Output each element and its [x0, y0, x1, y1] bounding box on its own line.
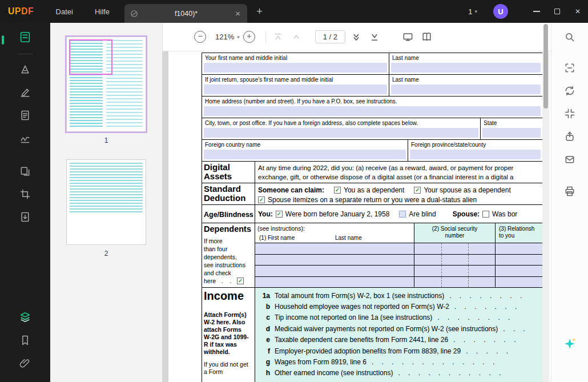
print-button[interactable]	[560, 182, 579, 201]
checkbox-are-blind[interactable]	[399, 211, 406, 218]
digital-assets-line1: At any time during 2022, did you: (a) re…	[258, 163, 542, 172]
claim-line: Someone can claim: ✓ You as a dependent …	[258, 185, 542, 195]
first-name-field[interactable]	[204, 63, 387, 73]
spouse-first-name-field[interactable]	[204, 85, 387, 94]
first-page-button[interactable]	[273, 32, 283, 42]
mail-button[interactable]	[560, 150, 579, 169]
next-page-button[interactable]	[351, 32, 361, 42]
maximize-icon	[554, 9, 560, 14]
check-here-line: here . . ✓	[204, 277, 255, 285]
maximize-button[interactable]	[547, 0, 567, 23]
zoom-in-button[interactable]: +	[243, 31, 255, 43]
edit-tool-button[interactable]	[15, 83, 35, 102]
state-cell: State	[480, 118, 542, 139]
zoom-level-dropdown[interactable]: 121% ▾	[215, 33, 240, 41]
page-thumbnail-1[interactable]: 1	[50, 37, 162, 144]
income-line-1e: e Taxable dependent care benefits from F…	[255, 335, 542, 345]
home-address-field[interactable]	[204, 106, 541, 116]
annotate-tool-button[interactable]	[15, 60, 35, 79]
thumbnail-image-2[interactable]	[66, 159, 146, 245]
page-indicator[interactable]: 1 / 2	[315, 30, 345, 43]
dependents-rows	[255, 243, 542, 287]
search-button[interactable]	[560, 27, 579, 47]
income-line-1c: c Tip income not reported on line 1a (se…	[255, 312, 542, 323]
share-button[interactable]	[560, 127, 579, 146]
double-chevron-down-icon	[351, 32, 361, 42]
last-page-button[interactable]	[369, 32, 380, 42]
thumbnail-image-1[interactable]	[66, 37, 146, 132]
reading-mode-button[interactable]	[421, 31, 432, 42]
minimize-button[interactable]	[526, 0, 547, 23]
vertical-scrollbar-thumb[interactable]	[543, 24, 548, 108]
dependent-ssn-field[interactable]	[414, 243, 495, 254]
dependent-ssn-field[interactable]	[414, 255, 495, 266]
ocr-button[interactable]	[560, 58, 579, 78]
last-name-field[interactable]	[391, 63, 541, 73]
convert-button[interactable]	[560, 81, 579, 100]
zoom-in-icon: +	[243, 31, 255, 43]
document-tab[interactable]: f1040)* ×	[124, 4, 247, 23]
checkbox-born-before-1958[interactable]: ✓	[276, 211, 283, 218]
layers-button[interactable]	[15, 308, 35, 327]
presentation-mode-button[interactable]	[402, 31, 413, 42]
spouse-last-name-field[interactable]	[391, 85, 541, 94]
instance-dropdown[interactable]: 1 ▾	[468, 7, 477, 16]
dependent-relationship-field[interactable]	[495, 255, 542, 266]
thumbnail-panel: 1 2	[50, 23, 163, 382]
tab-title: f1040)*	[138, 10, 234, 18]
checkbox-spouse-itemizes[interactable]: ✓	[258, 196, 265, 203]
checkbox-spouse-born[interactable]	[482, 211, 489, 218]
sign-tool-button[interactable]	[15, 128, 35, 148]
dependent-ssn-field[interactable]	[414, 277, 495, 288]
claim-option2-label: Your spouse as a dependent	[424, 186, 510, 195]
ai-assistant-button[interactable]	[560, 334, 579, 353]
dependent-relationship-field[interactable]	[495, 277, 542, 288]
form-tool-button[interactable]	[15, 106, 35, 125]
tab-close-icon[interactable]: ×	[234, 9, 241, 18]
viewport-rectangle	[69, 39, 112, 75]
organize-pages-button[interactable]	[15, 162, 35, 181]
attachment-button[interactable]	[15, 353, 35, 373]
dependent-relationship-field[interactable]	[495, 266, 542, 276]
spouse-first-name-label: If joint return, spouse's first name and…	[202, 75, 389, 83]
dependents-note: If more than four dependents, see instru…	[202, 234, 255, 285]
checkbox-you-dependent[interactable]: ✓	[334, 187, 341, 194]
dependent-name-field[interactable]	[255, 266, 414, 276]
crop-tool-button[interactable]	[15, 184, 35, 204]
document-viewport[interactable]: Your first name and middle initial Last …	[163, 51, 551, 382]
thumbnails-panel-button[interactable]	[15, 27, 35, 47]
dependent-name-field[interactable]	[255, 277, 414, 288]
extract-page-button[interactable]	[15, 207, 35, 227]
edit-icon	[19, 87, 31, 98]
digital-assets-line2: exchange, gift, or otherwise dispose of …	[258, 172, 542, 182]
zoom-out-button[interactable]: −	[194, 31, 206, 43]
foreign-province-field[interactable]	[410, 150, 541, 159]
dependent-ssn-field[interactable]	[414, 266, 495, 276]
home-address-cell: Home address (number and street). If you…	[202, 96, 542, 118]
instance-count: 1	[468, 7, 472, 16]
menu-datei[interactable]: Datei	[56, 7, 73, 16]
foreign-country-field[interactable]	[204, 150, 406, 159]
bookmark-button[interactable]	[15, 331, 35, 350]
checkbox-more-than-four[interactable]: ✓	[237, 278, 244, 284]
chevron-down-icon: ▾	[474, 9, 477, 14]
page-thumbnail-2[interactable]: 2	[50, 159, 162, 258]
compress-button[interactable]	[560, 104, 579, 123]
checkbox-spouse-dependent[interactable]: ✓	[414, 187, 421, 194]
state-field[interactable]	[482, 128, 541, 138]
age-blindness-row: Age/Blindness You: ✓ Were born before Ja…	[202, 205, 542, 223]
new-tab-button[interactable]: +	[256, 5, 263, 18]
born-before-label: Were born before January 2, 1958	[285, 210, 390, 219]
foreign-province-cell: Foreign province/state/county	[408, 140, 542, 161]
close-button[interactable]: ✕	[567, 0, 588, 23]
previous-page-button[interactable]	[291, 32, 301, 42]
menu-hilfe[interactable]: Hilfe	[95, 7, 110, 16]
dependent-relationship-field[interactable]	[495, 243, 542, 254]
city-field[interactable]	[204, 128, 478, 138]
dependent-name-field[interactable]	[255, 255, 414, 266]
avatar[interactable]: U	[493, 4, 508, 19]
rail-bottom-group	[15, 308, 35, 382]
dependent-name-field[interactable]	[255, 243, 414, 254]
last-name-column-header: Last name	[335, 235, 362, 241]
app-logo: UPDF	[8, 6, 34, 17]
